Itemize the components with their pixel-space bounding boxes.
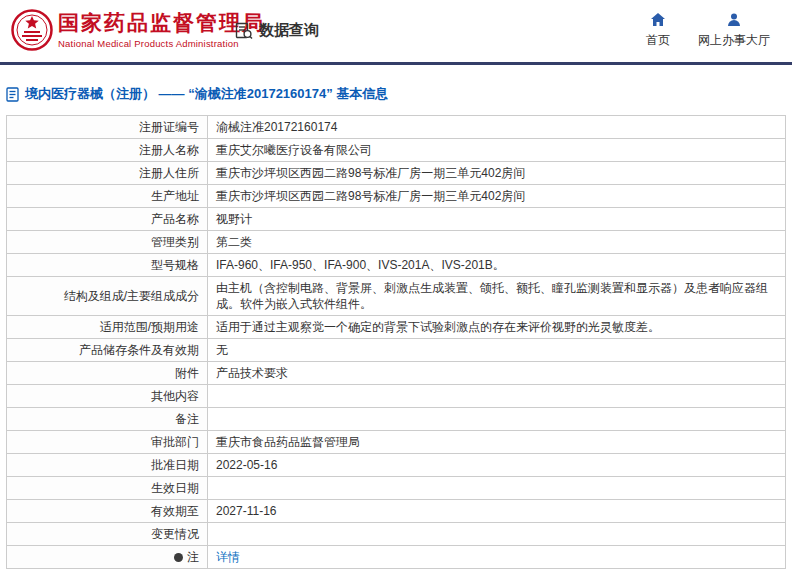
field-label: 批准日期 bbox=[7, 454, 208, 477]
field-value: 第二类 bbox=[208, 231, 786, 254]
field-value bbox=[208, 523, 786, 546]
site-header: 国家药品监督管理局 National Medical Products Admi… bbox=[0, 0, 792, 62]
table-row: 有效期至 2027-11-16 bbox=[7, 500, 786, 523]
field-label: 备注 bbox=[7, 408, 208, 431]
breadcrumb-text: 境内医疗器械（注册） —— “渝械注准20172160174” 基本信息 bbox=[25, 85, 388, 103]
page: 国家药品监督管理局 National Medical Products Admi… bbox=[0, 0, 792, 576]
table-row: 型号规格 IFA-960、IFA-950、IFA-900、IVS-201A、IV… bbox=[7, 254, 786, 277]
user-icon bbox=[726, 12, 742, 28]
table-row: 其他内容 bbox=[7, 385, 786, 408]
table-row: 批准日期 2022-05-16 bbox=[7, 454, 786, 477]
table-row: 变更情况 bbox=[7, 523, 786, 546]
national-emblem-logo bbox=[10, 8, 54, 52]
field-value: 无 bbox=[208, 339, 786, 362]
field-label: 其他内容 bbox=[7, 385, 208, 408]
field-label: 变更情况 bbox=[7, 523, 208, 546]
breadcrumb: 境内医疗器械（注册） —— “渝械注准20172160174” 基本信息 bbox=[6, 85, 786, 103]
field-value bbox=[208, 385, 786, 408]
field-label: 审批部门 bbox=[7, 431, 208, 454]
nav-service-hall[interactable]: 网上办事大厅 bbox=[698, 12, 770, 49]
header-divider bbox=[0, 62, 792, 65]
table-row: 注册人名称 重庆艾尔曦医疗设备有限公司 bbox=[7, 139, 786, 162]
nav-home-label: 首页 bbox=[646, 32, 670, 49]
nav-service-hall-label: 网上办事大厅 bbox=[698, 32, 770, 49]
field-value: IFA-960、IFA-950、IFA-900、IVS-201A、IVS-201… bbox=[208, 254, 786, 277]
home-icon bbox=[650, 12, 666, 28]
agency-title-block: 国家药品监督管理局 National Medical Products Admi… bbox=[58, 11, 265, 49]
field-value: 重庆艾尔曦医疗设备有限公司 bbox=[208, 139, 786, 162]
data-query-label: 数据查询 bbox=[259, 21, 319, 40]
registration-info-table: 注册证编号 渝械注准20172160174 注册人名称 重庆艾尔曦医疗设备有限公… bbox=[6, 115, 786, 569]
header-nav: 首页 网上办事大厅 bbox=[646, 12, 770, 49]
table-row: 附件 产品技术要求 bbox=[7, 362, 786, 385]
field-value: 2027-11-16 bbox=[208, 500, 786, 523]
field-label: 注册人住所 bbox=[7, 162, 208, 185]
table-row: 产品储存条件及有效期 无 bbox=[7, 339, 786, 362]
table-row: 结构及组成/主要组成成分 由主机（含控制电路、背景屏、刺激点生成装置、颌托、额托… bbox=[7, 277, 786, 316]
table-row: 备注 bbox=[7, 408, 786, 431]
nav-home[interactable]: 首页 bbox=[646, 12, 670, 49]
field-label: 结构及组成/主要组成成分 bbox=[7, 277, 208, 316]
field-value bbox=[208, 408, 786, 431]
note-icon bbox=[174, 553, 183, 562]
nav-data-query[interactable]: 数据查询 bbox=[235, 21, 319, 40]
field-label: 产品储存条件及有效期 bbox=[7, 339, 208, 362]
field-label-note: 注 bbox=[7, 546, 208, 569]
table-row: 注册人住所 重庆市沙坪坝区西园二路98号标准厂房一期三单元402房间 bbox=[7, 162, 786, 185]
agency-name: 国家药品监督管理局 bbox=[58, 11, 265, 35]
table-row: 生产地址 重庆市沙坪坝区西园二路98号标准厂房一期三单元402房间 bbox=[7, 185, 786, 208]
details-link[interactable]: 详情 bbox=[216, 550, 240, 564]
table-row: 适用范围/预期用途 适用于通过主观察觉一个确定的背景下试验刺激点的存在来评价视野… bbox=[7, 316, 786, 339]
field-label: 生产地址 bbox=[7, 185, 208, 208]
field-value: 重庆市沙坪坝区西园二路98号标准厂房一期三单元402房间 bbox=[208, 185, 786, 208]
field-label: 附件 bbox=[7, 362, 208, 385]
field-value: 渝械注准20172160174 bbox=[208, 116, 786, 139]
field-label: 型号规格 bbox=[7, 254, 208, 277]
field-label: 有效期至 bbox=[7, 500, 208, 523]
field-label: 注册证编号 bbox=[7, 116, 208, 139]
field-label: 注册人名称 bbox=[7, 139, 208, 162]
field-value: 产品技术要求 bbox=[208, 362, 786, 385]
field-value: 2022-05-16 bbox=[208, 454, 786, 477]
data-query-icon bbox=[235, 22, 253, 40]
note-label: 注 bbox=[187, 550, 199, 564]
field-value bbox=[208, 477, 786, 500]
field-label: 生效日期 bbox=[7, 477, 208, 500]
table-row: 产品名称 视野计 bbox=[7, 208, 786, 231]
table-row: 注册证编号 渝械注准20172160174 bbox=[7, 116, 786, 139]
field-value: 详情 bbox=[208, 546, 786, 569]
field-label: 产品名称 bbox=[7, 208, 208, 231]
field-value: 适用于通过主观察觉一个确定的背景下试验刺激点的存在来评价视野的光灵敏度差。 bbox=[208, 316, 786, 339]
field-value: 视野计 bbox=[208, 208, 786, 231]
field-label: 管理类别 bbox=[7, 231, 208, 254]
field-value: 由主机（含控制电路、背景屏、刺激点生成装置、颌托、额托、瞳孔监测装置和显示器）及… bbox=[208, 277, 786, 316]
document-icon bbox=[6, 87, 19, 102]
table-row: 注 详情 bbox=[7, 546, 786, 569]
field-value: 重庆市沙坪坝区西园二路98号标准厂房一期三单元402房间 bbox=[208, 162, 786, 185]
table-row: 生效日期 bbox=[7, 477, 786, 500]
field-value: 重庆市食品药品监督管理局 bbox=[208, 431, 786, 454]
national-emblem-icon bbox=[10, 8, 54, 52]
table-row: 审批部门 重庆市食品药品监督管理局 bbox=[7, 431, 786, 454]
table-row: 管理类别 第二类 bbox=[7, 231, 786, 254]
field-label: 适用范围/预期用途 bbox=[7, 316, 208, 339]
agency-name-en: National Medical Products Administration bbox=[58, 38, 265, 49]
